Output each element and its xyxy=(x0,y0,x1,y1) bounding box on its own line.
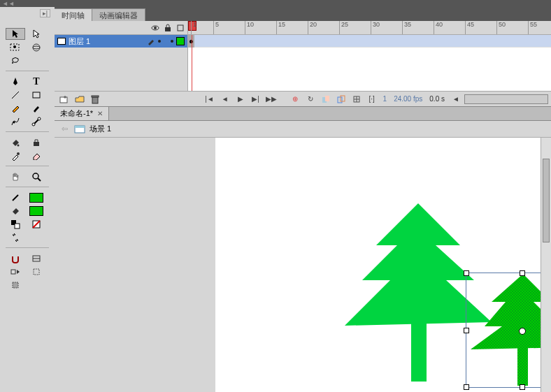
current-frame[interactable]: 1 xyxy=(380,95,390,103)
brush-tool[interactable] xyxy=(27,102,46,114)
svg-point-10 xyxy=(38,117,41,120)
tab-anim-editor[interactable]: 动画编辑器 xyxy=(92,8,145,21)
svg-rect-32 xyxy=(92,97,98,103)
visibility-header-icon[interactable] xyxy=(151,24,159,32)
svg-rect-44 xyxy=(411,322,427,382)
svg-line-5 xyxy=(12,92,19,99)
stroke-swatch[interactable] xyxy=(27,191,46,203)
back-icon[interactable]: ⇦ xyxy=(59,124,70,135)
svg-rect-24 xyxy=(34,269,39,275)
no-color[interactable] xyxy=(27,218,46,230)
next-frame-button[interactable]: ▶| xyxy=(249,94,263,105)
smooth-option[interactable] xyxy=(27,252,46,264)
svg-rect-12 xyxy=(34,142,39,146)
line-tool[interactable] xyxy=(6,89,25,101)
deco-tool[interactable] xyxy=(6,115,25,127)
svg-rect-29 xyxy=(165,27,171,31)
text-tool[interactable]: T xyxy=(27,75,46,87)
resize-handle-w[interactable] xyxy=(464,328,469,333)
stroke-color[interactable] xyxy=(6,191,25,203)
layer-visible-dot[interactable] xyxy=(158,40,161,43)
document-tab[interactable]: 未命名-1* ✕ xyxy=(55,107,109,120)
stage[interactable] xyxy=(55,138,551,392)
delete-layer-button[interactable] xyxy=(88,94,102,105)
layer-type-icon xyxy=(57,38,66,45)
3d-rotation-tool[interactable] xyxy=(27,41,46,53)
resize-handle-n[interactable] xyxy=(520,270,525,276)
play-button[interactable]: ▶ xyxy=(234,94,248,105)
loop-button[interactable]: ↻ xyxy=(303,94,317,105)
svg-point-28 xyxy=(154,27,157,29)
svg-rect-31 xyxy=(60,97,67,103)
straighten-option[interactable] xyxy=(6,266,25,277)
free-transform-tool[interactable] xyxy=(6,41,25,53)
onion-outline-button[interactable] xyxy=(334,94,348,105)
fill-color[interactable] xyxy=(6,205,25,217)
current-time: 0.0 s xyxy=(427,95,448,103)
black-white-swap[interactable] xyxy=(6,218,25,230)
layer-lock-dot[interactable] xyxy=(171,40,173,43)
subselection-tool[interactable] xyxy=(27,28,46,40)
lock-header-icon[interactable] xyxy=(164,24,172,32)
paint-bucket-tool[interactable] xyxy=(6,136,25,148)
fill-swatch[interactable] xyxy=(27,205,46,217)
ruler-mark: 40 xyxy=(434,21,443,34)
edit-multiple-button[interactable] xyxy=(350,94,364,105)
option-1[interactable] xyxy=(27,266,46,277)
scene-icon xyxy=(74,124,85,135)
timeline-scrollbar[interactable] xyxy=(464,94,548,104)
ink-bottle-tool[interactable] xyxy=(27,136,46,148)
svg-rect-33 xyxy=(92,96,99,97)
layer-name: 图层 1 xyxy=(69,36,144,47)
markers-button[interactable]: [·] xyxy=(365,94,379,105)
resize-handle-sw[interactable] xyxy=(464,384,469,390)
resize-handle-s[interactable] xyxy=(520,384,525,390)
outline-header-icon[interactable] xyxy=(176,24,185,32)
layer-row[interactable]: 图层 1 xyxy=(55,35,187,48)
timeline-ruler[interactable]: 1 5 10 15 20 25 30 35 40 45 50 55 60 65 xyxy=(187,21,551,34)
swap-colors[interactable] xyxy=(6,231,25,243)
rectangle-tool[interactable] xyxy=(27,89,46,101)
eyedropper-tool[interactable] xyxy=(6,150,25,161)
lasso-tool[interactable] xyxy=(6,55,25,66)
collapse-icon[interactable]: ◄◄ xyxy=(2,0,15,7)
ruler-mark: 55 xyxy=(528,21,537,34)
scrollbar-thumb[interactable] xyxy=(543,159,550,242)
new-folder-button[interactable] xyxy=(73,94,87,105)
frames-strip[interactable] xyxy=(187,35,551,91)
svg-point-14 xyxy=(33,173,38,179)
first-frame-button[interactable]: |◄ xyxy=(203,94,217,105)
vertical-scrollbar[interactable] xyxy=(541,138,551,392)
ruler-mark: 50 xyxy=(496,21,506,34)
pencil-tool[interactable] xyxy=(6,102,25,114)
selection-tool[interactable] xyxy=(6,28,25,40)
scroll-left-button[interactable]: ◄ xyxy=(449,94,463,105)
prev-frame-button[interactable]: ◄ xyxy=(218,94,232,105)
last-frame-button[interactable]: ▶▶ xyxy=(264,94,278,105)
zoom-tool[interactable] xyxy=(27,170,46,182)
eraser-tool[interactable] xyxy=(27,150,46,161)
new-layer-button[interactable] xyxy=(57,94,71,105)
svg-rect-35 xyxy=(325,96,329,101)
center-frame-button[interactable]: ⊕ xyxy=(288,94,302,105)
hand-tool[interactable] xyxy=(6,170,25,182)
option-2[interactable] xyxy=(6,279,25,291)
pencil-icon xyxy=(147,37,155,45)
pen-tool[interactable] xyxy=(6,75,25,87)
snap-to-object[interactable] xyxy=(6,252,25,264)
layer-outline-color[interactable] xyxy=(176,37,185,45)
resize-handle-nw[interactable] xyxy=(464,270,469,276)
canvas[interactable] xyxy=(215,138,551,392)
panel-collapse-icon[interactable]: ▸| xyxy=(40,9,50,17)
tab-timeline[interactable]: 时间轴 xyxy=(55,8,92,21)
bone-tool[interactable] xyxy=(27,115,46,127)
current-fps[interactable]: 24.00 fps xyxy=(391,95,425,103)
scene-name[interactable]: 场景 1 xyxy=(90,124,111,134)
doc-tab-label: 未命名-1* xyxy=(60,108,93,119)
svg-point-11 xyxy=(17,144,20,146)
close-icon[interactable]: ✕ xyxy=(97,110,103,117)
onion-skin-button[interactable] xyxy=(319,94,333,105)
selection-bbox[interactable] xyxy=(466,273,551,388)
transform-center[interactable] xyxy=(519,328,526,335)
svg-rect-23 xyxy=(11,270,15,274)
